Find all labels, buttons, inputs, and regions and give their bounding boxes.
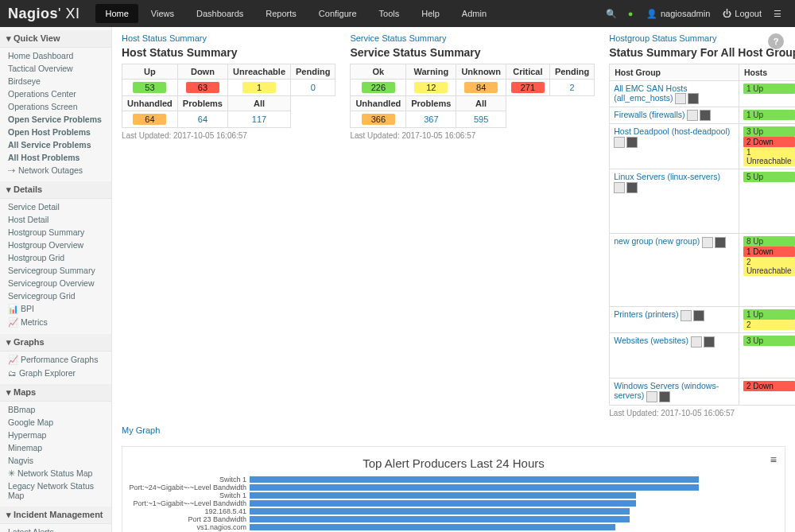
sidebar-section[interactable]: ▾ Maps: [0, 384, 111, 402]
nav-home[interactable]: Home: [95, 4, 138, 23]
detail-icon[interactable]: [675, 93, 686, 104]
detail-icon[interactable]: [614, 137, 625, 148]
sidebar-item[interactable]: Open Host Problems: [0, 126, 111, 138]
sidebar-item[interactable]: Latest Alerts: [0, 526, 111, 532]
detail-icon[interactable]: [646, 391, 657, 402]
table-row: Linux Servers (linux-servers) 5 Up52 Ok3…: [610, 169, 795, 234]
sidebar-section[interactable]: ▾ Quick View: [0, 30, 111, 48]
host-status-dashlet: Host Status Summary Host Status Summary …: [122, 33, 335, 140]
sidebar-item[interactable]: Servicegroup Grid: [0, 289, 111, 302]
sidebar: ▾ Quick ViewHome DashboardTactical Overv…: [0, 27, 112, 532]
sidebar-section[interactable]: ▾ Details: [0, 181, 111, 199]
service-status-ts: Last Updated: 2017-10-05 16:06:57: [350, 131, 595, 140]
sidebar-item[interactable]: BBmap: [0, 403, 111, 416]
nav-tools[interactable]: Tools: [370, 4, 409, 23]
table-row: Printers (printers) 1 Up22 Ok3 Critical: [610, 307, 795, 333]
search-icon[interactable]: 🔍: [602, 4, 621, 23]
sidebar-item[interactable]: Open Service Problems: [0, 113, 111, 126]
sidebar-item[interactable]: 🗂 Graph Explorer: [0, 367, 111, 379]
nav-configure[interactable]: Configure: [309, 4, 366, 23]
detail-icon[interactable]: [702, 237, 713, 248]
main-nav: HomeViewsDashboardsReportsConfigureTools…: [95, 4, 496, 23]
table-row: Firewalls (firewalls) 1 Up1 Ok: [610, 107, 795, 124]
sidebar-item[interactable]: Operations Screen: [0, 100, 111, 113]
sidebar-item[interactable]: Legacy Network Status Map: [0, 480, 111, 502]
sidebar-item[interactable]: Hostgroup Overview: [0, 239, 111, 251]
menu-icon[interactable]: ☰: [768, 4, 787, 23]
detail-icon[interactable]: [687, 110, 698, 121]
brand-logo: Nagios' XI: [8, 6, 80, 22]
host-status-link[interactable]: Host Status Summary: [122, 33, 335, 43]
sidebar-item[interactable]: All Host Problems: [0, 151, 111, 164]
hostgroup-title: Status Summary For All Host Groups: [609, 46, 795, 59]
nav-admin[interactable]: Admin: [452, 4, 496, 23]
sidebar-item[interactable]: Servicegroup Summary: [0, 264, 111, 277]
sidebar-item[interactable]: Hypermap: [0, 429, 111, 441]
sidebar-item[interactable]: Hostgroup Summary: [0, 226, 111, 239]
main-content: ? Host Status Summary Host Status Summar…: [112, 27, 795, 532]
sidebar-item[interactable]: All Service Problems: [0, 138, 111, 151]
grid-icon[interactable]: [715, 237, 726, 248]
nav-dashboards[interactable]: Dashboards: [187, 4, 253, 23]
help-icon[interactable]: ?: [768, 33, 784, 49]
sidebar-item[interactable]: 📈 Performance Graphs: [0, 353, 111, 367]
grid-icon[interactable]: [626, 137, 638, 148]
detail-icon[interactable]: [691, 336, 702, 348]
nav-views[interactable]: Views: [142, 4, 184, 23]
grid-icon[interactable]: [688, 93, 699, 104]
my-graph-link[interactable]: My Graph: [122, 425, 785, 435]
sidebar-item[interactable]: Service Detail: [0, 200, 111, 213]
table-row: Windows Servers (windows-servers) 2 Down…: [610, 379, 795, 405]
hostgroup-table: Host GroupHostsServices All EMC SAN Host…: [609, 64, 795, 406]
sidebar-item[interactable]: Network Outages: [0, 164, 111, 177]
sidebar-section[interactable]: ▾ Graphs: [0, 334, 111, 351]
sidebar-item[interactable]: Operations Center: [0, 87, 111, 100]
hostgroup-ts: Last Updated: 2017-10-05 16:06:57: [609, 409, 795, 417]
grid-icon[interactable]: [700, 110, 711, 121]
host-status-ts: Last Updated: 2017-10-05 16:06:57: [122, 131, 335, 140]
service-status-link[interactable]: Service Status Summary: [350, 33, 595, 43]
chart-title: Top Alert Producers Last 24 Hours: [130, 456, 777, 470]
nav-help[interactable]: Help: [412, 4, 449, 23]
nav-reports[interactable]: Reports: [256, 4, 306, 23]
detail-icon[interactable]: [614, 182, 625, 193]
sidebar-item[interactable]: Nagvis: [0, 454, 111, 467]
sidebar-item[interactable]: Birdseye: [0, 75, 111, 87]
service-status-dashlet: Service Status Summary Service Status Su…: [350, 33, 595, 140]
alert-producers-chart: ≡ Top Alert Producers Last 24 Hours Swit…: [122, 446, 785, 532]
sidebar-item[interactable]: Tactical Overview: [0, 62, 111, 75]
grid-icon[interactable]: [626, 182, 638, 193]
hostgroup-dashlet: Hostgroup Status Summary Status Summary …: [609, 33, 795, 417]
logout-button[interactable]: ⏻ Logout: [723, 9, 762, 18]
sidebar-item[interactable]: Servicegroup Overview: [0, 277, 111, 289]
host-status-title: Host Status Summary: [122, 46, 335, 59]
sidebar-section[interactable]: ▾ Incident Management: [0, 507, 111, 524]
table-row: new group (new group) 8 Up1 Down2 Unreac…: [610, 234, 795, 307]
sidebar-item[interactable]: Home Dashboard: [0, 49, 111, 62]
service-status-title: Service Status Summary: [350, 46, 595, 59]
topbar: Nagios' XI HomeViewsDashboardsReportsCon…: [0, 0, 795, 27]
service-status-table: OkWarningUnknownCriticalPending226128427…: [350, 64, 595, 128]
sidebar-item[interactable]: Host Detail: [0, 213, 111, 226]
status-ok-icon[interactable]: ●: [621, 4, 640, 23]
table-row: Host Deadpool (host-deadpool) 3 Up2 Down…: [610, 124, 795, 169]
grid-icon[interactable]: [704, 336, 715, 348]
sidebar-item[interactable]: Minemap: [0, 441, 111, 454]
table-row: All EMC SAN Hosts (all_emc_hosts) 1 Up4 …: [610, 81, 795, 107]
sidebar-item[interactable]: Google Map: [0, 416, 111, 429]
user-menu[interactable]: 👤 nagiosadmin: [646, 9, 710, 19]
hostgroup-link[interactable]: Hostgroup Status Summary: [609, 33, 795, 43]
chart-menu-icon[interactable]: ≡: [770, 453, 777, 466]
sidebar-item[interactable]: ✳ Network Status Map: [0, 467, 111, 480]
host-status-table: UpDownUnreachablePending536310UnhandledP…: [122, 64, 335, 128]
sidebar-item[interactable]: Hostgroup Grid: [0, 251, 111, 264]
detail-icon[interactable]: [681, 310, 692, 321]
sidebar-item[interactable]: 📈 Metrics: [0, 316, 111, 329]
sidebar-item[interactable]: 📊 BPI: [0, 302, 111, 316]
grid-icon[interactable]: [693, 310, 704, 321]
table-row: Websites (websites) 3 Up20 Ok2 Warning1 …: [610, 333, 795, 379]
grid-icon[interactable]: [659, 391, 670, 402]
